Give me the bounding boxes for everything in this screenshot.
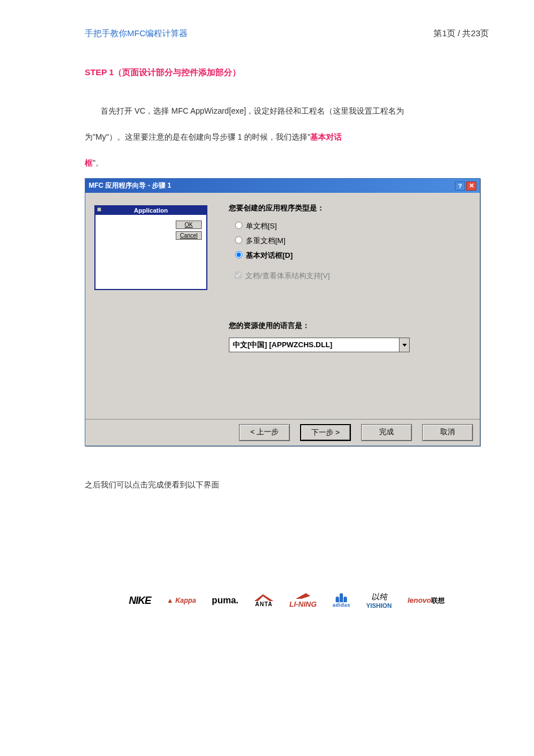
preview-cancel-button: Cancel — [176, 231, 202, 240]
system-menu-icon — [97, 208, 101, 211]
lenovo-logo: lenovo联想 — [407, 596, 445, 606]
radio-dialog-based-label: 基本对话框[D] — [246, 251, 293, 260]
language-value: 中文[中国] [APPWZCHS.DLL] — [229, 338, 399, 352]
preview-title-text: Application — [134, 207, 168, 214]
language-combobox[interactable]: 中文[中国] [APPWZCHS.DLL] — [229, 338, 410, 352]
radio-single-doc[interactable]: 单文档[S] — [232, 220, 471, 231]
radio-multi-doc[interactable]: 多重文档[M] — [232, 235, 471, 246]
highlight-2: 框 — [85, 158, 93, 167]
paragraph-after: 之后我们可以点击完成便看到以下界面 — [85, 480, 489, 490]
checkbox-docview: 文档/查看体系结构支持[V] — [232, 270, 471, 281]
yishion-en: YISHION — [366, 602, 392, 609]
next-button[interactable]: 下一步 > — [300, 424, 351, 441]
para1-a: 首先打开 VC，选择 MFC AppWizard[exe]，设定好路径和工程名（… — [101, 106, 405, 115]
kappa-logo: ▲ Kappa — [167, 597, 196, 604]
combobox-dropdown-button[interactable] — [399, 338, 409, 352]
checkbox-docview-input — [235, 271, 242, 279]
adidas-icon — [336, 593, 347, 602]
chevron-down-icon — [402, 344, 407, 347]
dialog-footer: < 上一步 下一步 > 完成 取消 — [85, 419, 480, 446]
lining-logo: LI-NING — [289, 593, 316, 608]
question-language: 您的资源使用的语言是： — [229, 321, 471, 331]
brand-logo-strip: NIKE ▲ Kappa puma. ANTA LI-NING adidas 以… — [85, 592, 489, 609]
dialog-title: MFC 应用程序向导 - 步骤 1 — [89, 181, 171, 191]
para1-b: 为"My"）。这里要注意的是在创建向导步骤 1 的时候，我们选择" — [85, 132, 310, 141]
back-button[interactable]: < 上一步 — [239, 424, 290, 441]
adidas-text: adidas — [332, 602, 350, 608]
lenovo-cn: 联想 — [431, 597, 445, 604]
radio-dialog-based[interactable]: 基本对话框[D] — [232, 249, 471, 261]
preview-pane: Application OK Cancel — [94, 205, 207, 290]
paragraph-1b: 为"My"）。这里要注意的是在创建向导步骤 1 的时候，我们选择"基本对话 — [85, 127, 489, 148]
doc-title: 手把手教你MFC编程计算器 — [85, 28, 188, 39]
adidas-logo: adidas — [332, 593, 350, 608]
finish-button[interactable]: 完成 — [361, 424, 412, 441]
checkbox-docview-label: 文档/查看体系结构支持[V] — [245, 271, 330, 280]
question-app-type: 您要创建的应用程序类型是： — [229, 203, 471, 213]
anta-text: ANTA — [255, 601, 272, 607]
paragraph-1c: 框"。 — [85, 153, 489, 174]
lenovo-en: lenovo — [407, 596, 431, 604]
help-button[interactable]: ? — [455, 182, 465, 191]
cancel-button[interactable]: 取消 — [422, 424, 473, 441]
anta-logo: ANTA — [254, 594, 273, 607]
step-heading: STEP 1（页面设计部分与控件添加部分） — [85, 67, 489, 78]
para1-c: "。 — [93, 158, 103, 167]
wizard-dialog: MFC 应用程序向导 - 步骤 1 ? ✕ Application OK Can… — [85, 178, 480, 446]
preview-ok-button: OK — [176, 221, 202, 229]
nike-logo: NIKE — [129, 595, 151, 607]
anta-icon — [254, 594, 273, 601]
radio-multi-doc-label: 多重文档[M] — [246, 236, 285, 245]
yishion-cn: 以纯 — [371, 592, 387, 602]
lining-text: LI-NING — [289, 600, 316, 608]
close-button[interactable]: ✕ — [466, 182, 476, 191]
preview-title: Application — [95, 206, 206, 215]
radio-dialog-based-input[interactable] — [235, 251, 242, 258]
yishion-logo: 以纯 YISHION — [366, 592, 392, 609]
radio-single-doc-input[interactable] — [235, 222, 242, 229]
radio-single-doc-label: 单文档[S] — [246, 222, 277, 230]
puma-logo: puma. — [212, 595, 238, 606]
page-indicator: 第1页 / 共23页 — [433, 28, 489, 39]
lining-icon — [296, 593, 310, 599]
dialog-titlebar: MFC 应用程序向导 - 步骤 1 ? ✕ — [85, 179, 480, 193]
highlight-1: 基本对话 — [310, 132, 342, 141]
paragraph-1: 首先打开 VC，选择 MFC AppWizard[exe]，设定好路径和工程名（… — [85, 101, 489, 122]
radio-multi-doc-input[interactable] — [235, 236, 242, 244]
